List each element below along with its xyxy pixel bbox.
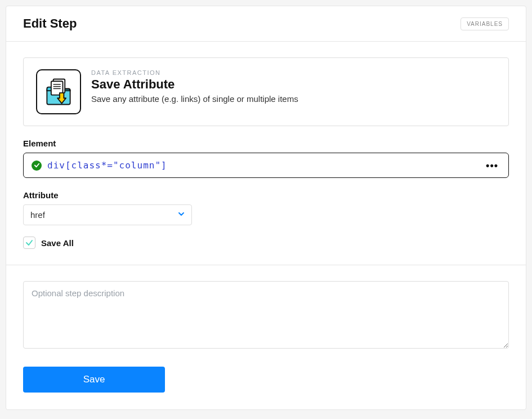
panel-body: DATA EXTRACTION Save Attribute Save any … — [6, 42, 526, 265]
valid-check-icon — [32, 161, 42, 171]
save-all-label: Save All — [41, 238, 74, 248]
edit-step-panel: Edit Step VARIABLES — [6, 6, 526, 410]
step-type-card: DATA EXTRACTION Save Attribute Save any … — [23, 57, 509, 126]
variables-button[interactable]: VARIABLES — [461, 17, 509, 30]
save-all-checkbox[interactable] — [23, 237, 35, 249]
page-title: Edit Step — [23, 16, 77, 31]
element-group: Element div[class*="column"] ••• — [23, 139, 509, 178]
step-title: Save Attribute — [91, 77, 298, 92]
step-description: Save any attribute (e.g. links) of singl… — [91, 94, 298, 104]
element-input[interactable]: div[class*="column"] ••• — [23, 153, 509, 178]
save-all-row: Save All — [23, 237, 509, 249]
bottom-section: Save — [6, 265, 526, 409]
step-meta: DATA EXTRACTION Save Attribute Save any … — [91, 69, 298, 104]
description-textarea[interactable] — [23, 281, 509, 349]
element-label: Element — [23, 139, 509, 148]
attribute-group: Attribute href — [23, 190, 509, 225]
save-attribute-icon — [36, 69, 81, 114]
attribute-select[interactable]: href — [23, 204, 192, 225]
step-category: DATA EXTRACTION — [91, 69, 298, 76]
attribute-label: Attribute — [23, 190, 509, 200]
panel-header: Edit Step VARIABLES — [6, 6, 526, 42]
element-selector-text: div[class*="column"] — [47, 160, 478, 171]
save-button[interactable]: Save — [23, 367, 165, 393]
element-more-button[interactable]: ••• — [484, 161, 500, 171]
